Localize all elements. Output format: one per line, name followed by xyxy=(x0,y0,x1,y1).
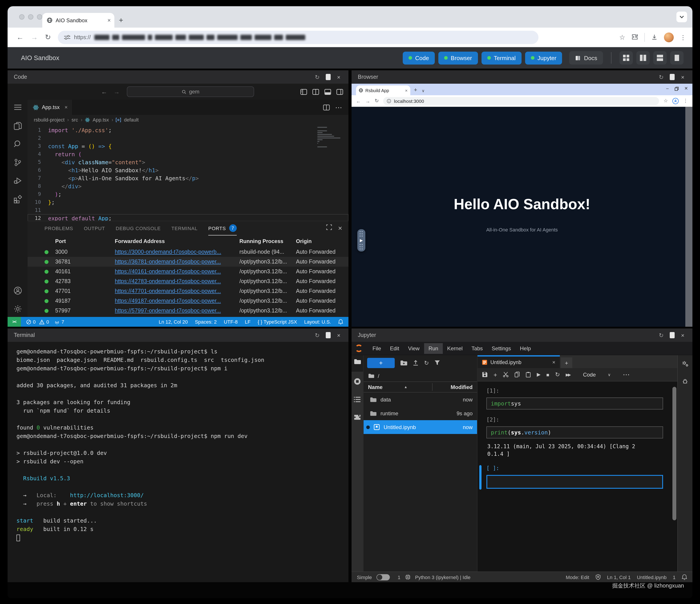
running-kernels-icon[interactable] xyxy=(354,378,361,385)
layout-columns-button[interactable] xyxy=(636,51,650,65)
search-icon[interactable] xyxy=(13,140,22,149)
port-row[interactable]: 36781https://36781-ondemand-t7osqboc-pow… xyxy=(28,257,348,267)
menu-item-tabs[interactable]: Tabs xyxy=(467,343,487,354)
close-icon[interactable]: × xyxy=(337,74,341,80)
remote-indicator[interactable]: >< xyxy=(7,317,21,327)
docs-button[interactable]: Docs xyxy=(569,51,603,65)
filter-icon[interactable] xyxy=(434,360,440,365)
refresh-icon[interactable]: ↻ xyxy=(659,332,664,338)
add-cell-icon[interactable]: + xyxy=(494,371,497,378)
nav-button-jupyter[interactable]: Jupyter xyxy=(525,51,562,64)
keyboard-layout[interactable]: Layout: U.S. xyxy=(304,319,331,324)
forwarded-address-link[interactable]: https://49187-ondemand-t7osqboc-power... xyxy=(115,298,221,304)
column-modified[interactable]: Modified xyxy=(451,384,473,390)
notebook-cell[interactable]: [2]:print(sys.version)3.12.11 (main, Jul… xyxy=(484,417,669,458)
bottom-tab-output[interactable]: OUTPUT xyxy=(84,221,105,236)
notebook-tab[interactable]: Untitled.ipynb × xyxy=(477,355,560,368)
code-editor[interactable]: 1import './App.css';23const App = () => … xyxy=(28,125,348,221)
toggle-secondary-sidebar-icon[interactable] xyxy=(336,89,343,95)
more-actions-icon[interactable]: ⋯ xyxy=(335,103,343,112)
code-line[interactable]: 9 ); xyxy=(28,190,348,198)
encoding[interactable]: UTF-8 xyxy=(224,319,238,324)
split-editor-icon[interactable] xyxy=(312,89,319,95)
path-root[interactable]: / xyxy=(378,373,379,379)
nav-button-browser[interactable]: Browser xyxy=(438,51,478,64)
kebab-menu-icon[interactable]: ⋮ xyxy=(680,33,686,41)
layout-single-button[interactable] xyxy=(670,51,683,65)
reload-icon[interactable]: ↻ xyxy=(375,98,379,104)
embedded-browser-tab[interactable]: Rsbuild App × xyxy=(356,86,410,95)
close-tab-icon[interactable]: × xyxy=(65,104,68,111)
code-line[interactable]: 1import './App.css'; xyxy=(28,126,348,134)
kernel-status[interactable]: Python 3 (ipykernel) | Idle xyxy=(415,574,471,580)
menu-item-help[interactable]: Help xyxy=(516,343,535,354)
refresh-icon[interactable]: ↻ xyxy=(659,74,664,80)
code-line[interactable]: 10}; xyxy=(28,198,348,206)
scrollbar[interactable] xyxy=(685,107,693,327)
folder-icon[interactable] xyxy=(368,373,374,378)
trust-shield-icon[interactable] xyxy=(595,574,601,580)
breadcrumb-file[interactable]: App.tsx xyxy=(93,117,109,122)
paste-cell-icon[interactable] xyxy=(526,372,531,378)
file-row-Untitled.ipynb[interactable]: Untitled.ipynbnow xyxy=(364,420,477,434)
forward-icon[interactable]: → xyxy=(31,33,38,41)
language-mode[interactable]: { } TypeScript JSX xyxy=(258,319,297,324)
tab-close-icon[interactable]: × xyxy=(107,17,111,24)
bottom-tab-debug-console[interactable]: DEBUG CONSOLE xyxy=(116,221,161,236)
active-file[interactable]: Untitled.ipynb xyxy=(637,574,667,580)
notebook-cell[interactable]: [1]:import sys xyxy=(484,388,669,410)
refresh-icon[interactable]: ↻ xyxy=(315,332,320,338)
column-name[interactable]: Name xyxy=(368,384,382,390)
maximize-icon[interactable] xyxy=(326,74,331,80)
code-line[interactable]: 5 <div className="content"> xyxy=(28,158,348,166)
more-actions-icon[interactable]: ⋯ xyxy=(623,370,631,379)
refresh-icon[interactable]: ↻ xyxy=(424,359,429,366)
address-bar[interactable]: https:// xyxy=(58,30,539,44)
new-tab-button[interactable]: + xyxy=(119,17,123,24)
forwarded-address-link[interactable]: https://42783-ondemand-t7osqboc-power... xyxy=(115,278,221,284)
forwarded-address-link[interactable]: https://57997-ondemand-t7osqboc-power... xyxy=(115,308,221,314)
code-line[interactable]: 7 <p>All-in-One Sandbox for AI Agents</p… xyxy=(28,174,348,182)
close-window-button[interactable] xyxy=(19,14,24,20)
forward-icon[interactable]: → xyxy=(365,98,370,103)
layout-rows-button[interactable] xyxy=(653,51,667,65)
forwarded-address-link[interactable]: https://40161-ondemand-t7osqboc-power... xyxy=(115,268,221,275)
forwarded-ports-status[interactable]: 7 xyxy=(54,319,64,324)
port-row[interactable]: 40161https://40161-ondemand-t7osqboc-pow… xyxy=(28,267,348,276)
profile-icon[interactable] xyxy=(672,98,679,104)
extensions-icon[interactable] xyxy=(13,194,22,203)
terminal-output[interactable]: gem@ondemand-t7osqboc-powerbmiuo-fspfs:~… xyxy=(7,342,348,582)
close-icon[interactable]: ✕ xyxy=(684,86,688,91)
debugger-icon[interactable] xyxy=(682,378,689,385)
bottom-tab-problems[interactable]: PROBLEMS xyxy=(45,221,73,236)
reload-icon[interactable]: ↻ xyxy=(45,33,51,41)
code-line[interactable]: 8 </div> xyxy=(28,182,348,190)
close-icon[interactable]: × xyxy=(681,74,684,80)
panel-resize-handle[interactable]: ●●●●●● ▶ ●●●●●● xyxy=(357,229,365,251)
command-search-input[interactable]: gem xyxy=(127,86,254,97)
editor-tab-apptsx[interactable]: App.tsx × xyxy=(28,100,73,115)
forward-icon[interactable]: → xyxy=(114,88,120,95)
maximize-icon[interactable] xyxy=(326,332,331,338)
minimap[interactable] xyxy=(317,127,342,147)
cell-input[interactable]: import sys xyxy=(486,397,663,410)
sort-asc-icon[interactable]: ▲ xyxy=(404,385,407,389)
zoom-window-button[interactable] xyxy=(37,14,42,20)
source-control-icon[interactable] xyxy=(13,158,22,167)
port-row[interactable]: 49187https://49187-ondemand-t7osqboc-pow… xyxy=(28,296,348,306)
code-line[interactable]: 4 return ( xyxy=(28,150,348,158)
minimize-icon[interactable]: – xyxy=(666,86,669,91)
minimize-window-button[interactable] xyxy=(28,14,33,20)
chevron-down-icon[interactable]: ∨ xyxy=(608,372,611,377)
cursor-position[interactable]: Ln 1, Col 1 xyxy=(607,574,631,580)
port-row[interactable]: 42783https://42783-ondemand-t7osqboc-pow… xyxy=(28,276,348,286)
close-tab-icon[interactable]: × xyxy=(552,359,555,365)
cell-input[interactable] xyxy=(486,475,663,489)
maximize-panel-icon[interactable] xyxy=(326,224,332,230)
problems-status[interactable]: 0 0 xyxy=(26,319,49,324)
close-icon[interactable]: × xyxy=(337,332,341,338)
simple-mode-toggle[interactable] xyxy=(376,574,390,580)
run-debug-icon[interactable] xyxy=(13,176,22,185)
port-row[interactable]: 3000https://3000-ondemand-t7osqboc-power… xyxy=(28,247,348,257)
menu-item-view[interactable]: View xyxy=(404,343,424,354)
